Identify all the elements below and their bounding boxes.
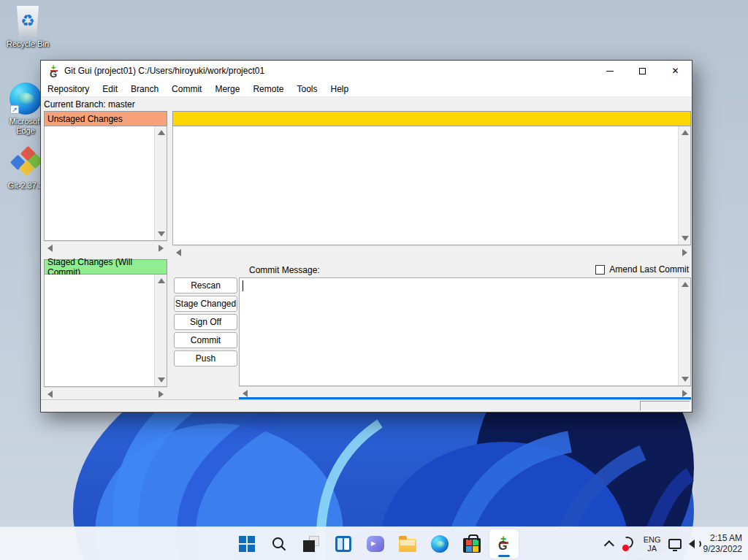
git-gui-window: +G Git Gui (project01) C:/Users/hiroyuki… <box>40 60 692 413</box>
task-view-button[interactable] <box>297 529 326 559</box>
window-title: Git Gui (project01) C:/Users/hiroyuki/wo… <box>64 66 264 76</box>
tray-chevron-button[interactable] <box>607 540 614 548</box>
scroll-down-icon[interactable] <box>682 377 689 382</box>
scroll-right-icon[interactable] <box>159 245 164 252</box>
taskbar: +G ENG JA <box>0 526 748 560</box>
scroll-left-icon[interactable] <box>47 245 53 252</box>
message-vertical-scrollbar[interactable] <box>678 278 690 386</box>
commit-button[interactable]: Commit <box>174 332 237 348</box>
amend-label: Amend Last Commit <box>609 264 689 275</box>
start-button[interactable] <box>232 529 262 559</box>
widgets-icon <box>335 536 351 552</box>
store-icon <box>463 538 481 553</box>
network-button[interactable] <box>668 539 682 549</box>
amend-last-commit-option[interactable]: Amend Last Commit <box>595 264 689 275</box>
search-icon <box>271 536 287 552</box>
commit-message-label: Commit Message: <box>249 265 320 275</box>
update-status-button[interactable] <box>622 537 636 551</box>
scroll-up-icon[interactable] <box>682 282 689 287</box>
close-button[interactable]: ✕ <box>659 61 692 81</box>
scroll-left-icon[interactable] <box>243 390 248 397</box>
close-icon: ✕ <box>671 66 679 75</box>
menu-remote[interactable]: Remote <box>246 81 290 96</box>
diff-vertical-scrollbar[interactable] <box>678 126 690 245</box>
scroll-right-icon[interactable] <box>682 249 687 256</box>
staged-horizontal-scrollbar[interactable] <box>44 387 167 399</box>
menu-branch[interactable]: Branch <box>124 81 165 96</box>
task-view-icon <box>303 536 319 552</box>
chevron-up-icon <box>604 540 614 551</box>
git-gui-taskbar-button[interactable]: +G <box>489 529 519 559</box>
scroll-down-icon[interactable] <box>682 236 689 241</box>
edge-button[interactable] <box>425 529 454 559</box>
windows-logo-icon <box>239 536 255 552</box>
minimize-icon <box>606 71 614 72</box>
ethernet-icon <box>668 539 682 549</box>
scroll-down-icon[interactable] <box>158 231 165 237</box>
menu-merge[interactable]: Merge <box>208 81 246 96</box>
scroll-right-icon[interactable] <box>159 391 164 398</box>
commit-message-textarea[interactable] <box>239 277 691 386</box>
minimize-button[interactable] <box>593 61 626 81</box>
clock-time: 2:15 AM <box>703 533 742 544</box>
scroll-left-icon[interactable] <box>176 249 181 256</box>
file-explorer-button[interactable] <box>393 529 422 559</box>
title-bar[interactable]: +G Git Gui (project01) C:/Users/hiroyuki… <box>41 61 692 81</box>
menu-repository[interactable]: Repository <box>41 81 96 96</box>
unstaged-vertical-scrollbar[interactable] <box>154 126 167 240</box>
git-gui-icon: +G <box>497 535 511 553</box>
current-branch-label: Current Branch: master <box>41 97 692 111</box>
scroll-up-icon[interactable] <box>158 278 165 283</box>
diff-view[interactable] <box>172 126 691 245</box>
desktop-icon-label: Recycle Bin <box>2 39 53 49</box>
diff-header-bar <box>172 111 691 126</box>
scroll-right-icon[interactable] <box>682 390 687 397</box>
staged-changes-list[interactable] <box>44 275 167 387</box>
menu-edit[interactable]: Edit <box>96 81 124 96</box>
amend-checkbox[interactable] <box>595 265 605 275</box>
scroll-down-icon[interactable] <box>158 377 165 383</box>
volume-button[interactable] <box>689 540 696 548</box>
maximize-button[interactable] <box>626 61 659 81</box>
rescan-button[interactable]: Rescan <box>174 277 237 294</box>
status-bar <box>41 399 692 412</box>
language-secondary: JA <box>644 544 661 553</box>
menu-help[interactable]: Help <box>324 81 355 96</box>
menu-tools[interactable]: Tools <box>290 81 324 96</box>
file-explorer-icon <box>399 539 416 552</box>
push-button[interactable]: Push <box>174 350 237 367</box>
menu-bar: Repository Edit Branch Commit Merge Remo… <box>41 81 692 97</box>
staged-vertical-scrollbar[interactable] <box>154 275 167 386</box>
text-caret <box>243 280 243 291</box>
speaker-icon <box>689 540 696 548</box>
staged-changes-header: Staged Changes (Will Commit) <box>44 259 167 275</box>
search-button[interactable] <box>264 529 294 559</box>
unstaged-horizontal-scrollbar[interactable] <box>44 241 167 253</box>
edge-icon <box>431 535 449 553</box>
scroll-left-icon[interactable] <box>47 391 53 398</box>
chat-button[interactable] <box>361 529 390 559</box>
menu-commit[interactable]: Commit <box>165 81 208 96</box>
git-gui-app-icon: +G <box>49 65 60 77</box>
status-progress-box <box>640 401 690 411</box>
desktop: ♻ Recycle Bin ↗ Microsoft Edge Git-2.37.… <box>0 0 748 560</box>
stage-changed-button[interactable]: Stage Changed <box>174 296 237 312</box>
git-installer-icon <box>9 146 42 180</box>
diff-horizontal-scrollbar[interactable] <box>172 245 691 258</box>
desktop-icon-recycle-bin[interactable]: ♻ Recycle Bin <box>2 4 53 49</box>
scroll-up-icon[interactable] <box>682 130 689 135</box>
scroll-up-icon[interactable] <box>158 130 165 135</box>
active-app-indicator <box>498 555 510 557</box>
clock[interactable]: 2:15 AM 9/23/2022 <box>703 533 742 555</box>
sign-off-button[interactable]: Sign Off <box>174 314 237 330</box>
shortcut-arrow-icon: ↗ <box>10 105 19 114</box>
unstaged-changes-list[interactable] <box>44 126 167 241</box>
maximize-icon <box>639 68 646 74</box>
language-primary: ENG <box>644 535 661 544</box>
widgets-button[interactable] <box>329 529 358 559</box>
clock-date: 9/23/2022 <box>703 544 742 555</box>
sync-alert-icon <box>622 537 636 551</box>
store-button[interactable] <box>457 529 486 559</box>
chat-icon <box>367 536 384 552</box>
language-indicator[interactable]: ENG JA <box>644 535 661 553</box>
